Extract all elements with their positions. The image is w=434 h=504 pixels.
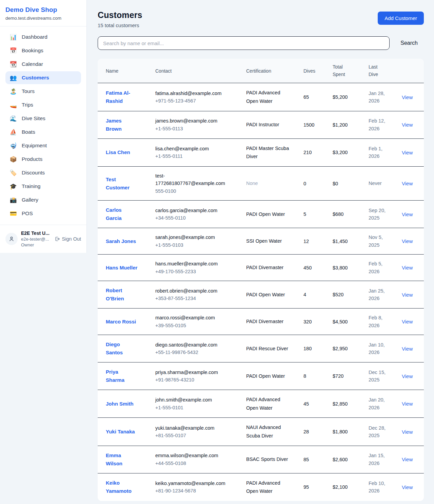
sidebar-item-trips[interactable]: 🚤 Trips [5, 98, 81, 111]
customer-last-dive: Never [369, 180, 391, 187]
view-customer-link[interactable]: View [402, 122, 413, 128]
view-customer-link[interactable]: View [402, 429, 413, 435]
sidebar-header: Demo Dive Shop demo.test.divestreams.com [0, 0, 86, 26]
sidebar-item-calendar[interactable]: 📆 Calendar [5, 58, 81, 71]
search-row: Search [98, 36, 424, 50]
table-header: Name Contact Certification Dives Total S… [98, 59, 424, 83]
cell-total-spent: $2,850 [333, 390, 369, 418]
cell-last-dive: Sep 20, 2025 [369, 201, 402, 228]
cell-name: John Smith [98, 390, 155, 418]
sidebar-item-tours[interactable]: 🏝️ Tours [5, 85, 81, 98]
sidebar-item-boats[interactable]: ⛵ Boats [5, 126, 81, 138]
cell-actions: View [402, 201, 424, 228]
view-customer-link[interactable]: View [402, 456, 413, 462]
nav-icon: 🎓 [9, 184, 17, 189]
sidebar-item-pos[interactable]: 💳 POS [5, 207, 81, 220]
view-customer-link[interactable]: View [402, 292, 413, 298]
cell-actions: View [402, 138, 424, 166]
customer-name-link[interactable]: James Brown [106, 117, 138, 133]
customer-name-link[interactable]: Diego Santos [106, 340, 138, 357]
customer-name-link[interactable]: Fatima Al-Rashid [106, 89, 138, 105]
customer-name-link[interactable]: Hans Mueller [106, 264, 137, 272]
customer-dives: 12 [303, 239, 309, 244]
table-row: Keiko Yamamoto keiko.yamamoto@example.co… [98, 473, 424, 501]
cell-dives: 95 [303, 473, 333, 501]
cell-last-dive: Feb 10, 2026 [369, 473, 402, 501]
cell-dives: 65 [303, 83, 333, 111]
cell-name: James Brown [98, 111, 155, 138]
customer-certification: None [246, 179, 290, 188]
search-button[interactable]: Search [394, 37, 424, 49]
cell-contact: yuki.tanaka@example.com +81-555-0107 [155, 418, 246, 446]
cell-dives: 28 [303, 418, 333, 446]
cell-certification: BSAC Sports Diver [246, 446, 303, 473]
customers-table: Name Contact Certification Dives Total S… [98, 59, 424, 501]
view-customer-link[interactable]: View [402, 211, 413, 217]
customer-name-link[interactable]: Yuki Tanaka [106, 428, 135, 436]
customer-name-link[interactable]: Lisa Chen [106, 148, 130, 156]
sidebar-item-customers[interactable]: 👥 Customers [5, 71, 81, 84]
cell-dives: 0 [303, 166, 333, 200]
table-row: Hans Mueller hans.mueller@example.com +4… [98, 255, 424, 281]
sign-out-button[interactable]: Sign Out [55, 236, 81, 242]
customer-email: robert.obrien@example.com [155, 287, 229, 295]
sidebar-item-equipment[interactable]: 🤿 Equipment [5, 139, 81, 152]
customer-phone: +34-555-0110 [155, 214, 229, 222]
add-customer-button[interactable]: Add Customer [378, 12, 424, 25]
sidebar-item-training[interactable]: 🎓 Training [5, 180, 81, 193]
cell-contact: hans.mueller@example.com +49-170-555-223… [155, 255, 246, 281]
customer-phone: +1-555-0101 [155, 404, 229, 411]
view-customer-link[interactable]: View [402, 265, 413, 270]
cell-contact: lisa.chen@example.com +1-555-0111 [155, 138, 246, 166]
search-input[interactable] [98, 36, 390, 50]
view-customer-link[interactable]: View [402, 484, 413, 490]
view-customer-link[interactable]: View [402, 373, 413, 379]
sidebar-item-products[interactable]: 📦 Products [5, 153, 81, 166]
view-customer-link[interactable]: View [402, 94, 413, 100]
customer-certification: PADI Open Water [246, 291, 290, 299]
table-row: John Smith john.smith@example.com +1-555… [98, 390, 424, 418]
cell-actions: View [402, 166, 424, 200]
customer-name-link[interactable]: Emma Wilson [106, 451, 138, 468]
cell-certification: None [246, 166, 303, 200]
sidebar-item-dashboard[interactable]: 📊 Dashboard [5, 31, 81, 43]
customer-name-link[interactable]: Robert O'Brien [106, 286, 138, 303]
cell-certification: PADI Divemaster [246, 309, 303, 335]
sidebar-item-dive-sites[interactable]: 🌊 Dive Sites [5, 112, 81, 125]
view-customer-link[interactable]: View [402, 238, 413, 244]
col-header-last-dive: Last Dive [369, 59, 402, 83]
view-customer-link[interactable]: View [402, 181, 413, 186]
sidebar-item-bookings[interactable]: 📅 Bookings [5, 44, 81, 57]
view-customer-link[interactable]: View [402, 319, 413, 324]
customer-name-link[interactable]: Test Customer [106, 175, 138, 192]
cell-name: Carlos Garcia [98, 201, 155, 228]
cell-dives: 45 [303, 390, 333, 418]
customer-dives: 28 [303, 429, 309, 434]
nav-icon: 🚤 [9, 102, 17, 108]
sidebar-item-label: Equipment [22, 143, 47, 149]
customer-certification: PADI Advanced Open Water [246, 89, 290, 105]
user-name: E2E Test U... [21, 230, 51, 236]
view-customer-link[interactable]: View [402, 401, 413, 407]
cell-certification: PADI Open Water [246, 362, 303, 390]
customer-name-link[interactable]: Sarah Jones [106, 237, 136, 245]
customer-name-link[interactable]: John Smith [106, 400, 134, 408]
cell-actions: View [402, 418, 424, 446]
customer-email: keiko.yamamoto@example.com [155, 480, 229, 487]
customer-email: sarah.jones@example.com [155, 234, 229, 241]
customer-name-link[interactable]: Keiko Yamamoto [106, 479, 138, 495]
customer-name-link[interactable]: Carlos Garcia [106, 206, 138, 222]
sidebar-item-discounts[interactable]: 🏷️ Discounts [5, 166, 81, 179]
view-customer-link[interactable]: View [402, 150, 413, 155]
nav-icon: ⛵ [9, 129, 17, 135]
sidebar: Demo Dive Shop demo.test.divestreams.com… [0, 0, 87, 253]
cell-actions: View [402, 281, 424, 309]
customer-name-link[interactable]: Priya Sharma [106, 368, 138, 384]
customer-total-spent: $680 [333, 211, 343, 217]
sidebar-item-gallery[interactable]: 📸 Gallery [5, 193, 81, 206]
cell-certification: PADI Rescue Diver [246, 335, 303, 362]
page-heading-block: Customers 15 total customers [98, 10, 142, 28]
customer-dives: 5 [303, 211, 306, 217]
view-customer-link[interactable]: View [402, 346, 413, 352]
customer-name-link[interactable]: Marco Rossi [106, 318, 136, 326]
